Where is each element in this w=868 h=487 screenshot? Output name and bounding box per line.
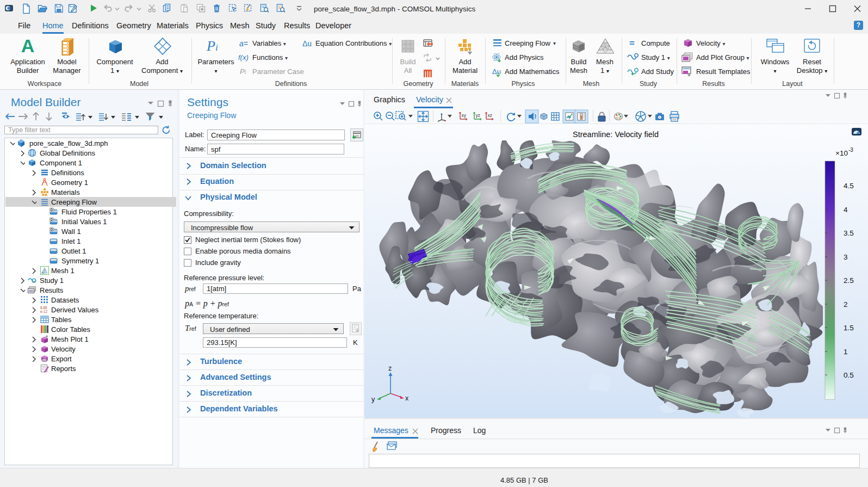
svg-text:0.5: 0.5 <box>844 371 854 379</box>
svg-text:×10: ×10 <box>835 149 848 157</box>
svg-text:y: y <box>371 396 375 403</box>
svg-text:Streamline: Velocity field: Streamline: Velocity field <box>573 130 659 139</box>
svg-text:4.5: 4.5 <box>844 182 854 190</box>
svg-text:1.5: 1.5 <box>844 324 854 332</box>
svg-text:x: x <box>405 394 409 402</box>
svg-text:xz: xz <box>488 113 493 118</box>
svg-text:1: 1 <box>844 348 848 356</box>
svg-text:-3: -3 <box>848 147 853 153</box>
svg-text:yz: yz <box>476 113 481 118</box>
svg-text:2.5: 2.5 <box>844 276 854 285</box>
svg-text:3.5: 3.5 <box>844 229 854 237</box>
svg-text:z: z <box>388 365 392 372</box>
svg-text:4: 4 <box>844 206 848 214</box>
svg-text:3: 3 <box>844 253 848 261</box>
svg-text:xy: xy <box>462 113 467 118</box>
svg-text:2: 2 <box>844 300 848 309</box>
